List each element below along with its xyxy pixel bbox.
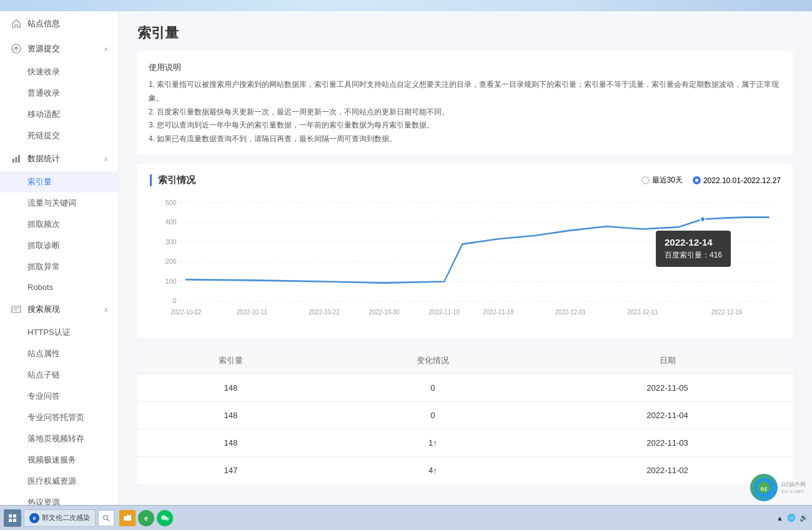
sidebar-label-qa-managed: 专业问答托管页 bbox=[27, 412, 84, 422]
chevron-down-icon-3: ∧ bbox=[104, 306, 108, 313]
svg-line-33 bbox=[107, 519, 109, 521]
table-cell-date: 2022-11-04 bbox=[542, 402, 793, 429]
radio-circle-last30 bbox=[641, 176, 650, 184]
page-title: 索引量 bbox=[137, 24, 793, 42]
svg-text:2022-12-01: 2022-12-01 bbox=[555, 309, 586, 316]
sidebar-label-https-cert: HTTPS认证 bbox=[27, 328, 71, 337]
sidebar-item-video-fast[interactable]: 视频极速服务 bbox=[0, 449, 118, 471]
sidebar-label-robots: Robots bbox=[27, 282, 53, 292]
sidebar-label-crawl-anomaly: 抓取异常 bbox=[27, 262, 60, 271]
sidebar-item-traffic-keyword[interactable]: 流量与关键词 bbox=[0, 192, 118, 214]
chevron-down-icon: ∧ bbox=[104, 46, 108, 52]
sidebar-label-mobile-adapt: 移动适配 bbox=[27, 109, 60, 119]
sidebar-item-qa[interactable]: 专业问答 bbox=[0, 386, 118, 407]
usage-line: 4. 如果已有流量数据查询不到，请隔日再查，最长间隔一周可查询到数据。 bbox=[149, 132, 782, 146]
sidebar-item-robots[interactable]: Robots bbox=[0, 278, 118, 297]
svg-text:2022-10-11: 2022-10-11 bbox=[237, 309, 267, 316]
svg-point-27 bbox=[700, 217, 705, 222]
sidebar-label-crawl-freq: 抓取频次 bbox=[27, 219, 60, 229]
table-cell-change: 0 bbox=[324, 402, 542, 429]
radio-circle-range bbox=[693, 176, 701, 184]
svg-text:400: 400 bbox=[166, 218, 177, 226]
filter-last30[interactable]: 最近30天 bbox=[641, 175, 683, 186]
taskbar-apps: e bbox=[119, 510, 173, 526]
search-display-icon bbox=[10, 303, 22, 316]
main-content: 索引量 使用说明 1. 索引量指可以被搜索用户搜索到的网站数据库，索引量工具同时… bbox=[119, 11, 812, 505]
tray-arrow-icon[interactable]: ▲ bbox=[776, 514, 783, 522]
sidebar-label-qa: 专业问答 bbox=[27, 391, 60, 401]
table-cell-index: 148 bbox=[137, 402, 324, 429]
sidebar-label-site-info: 站点信息 bbox=[27, 18, 60, 29]
taskbar-wechat-icon[interactable] bbox=[157, 510, 173, 526]
sidebar-item-https-cert[interactable]: HTTPS认证 bbox=[0, 322, 118, 343]
sidebar: 站点信息 资源提交 ∧ 快速收录 普通收录 移动适配 死链提交 bbox=[0, 11, 119, 505]
top-decorative-banner bbox=[0, 0, 812, 11]
chevron-down-icon-2: ∧ bbox=[104, 156, 108, 162]
svg-text:500: 500 bbox=[166, 199, 177, 207]
table-cell-date: 2022-11-03 bbox=[542, 429, 793, 457]
taskbar-folder-icon[interactable] bbox=[119, 510, 136, 526]
sidebar-item-normal-collect[interactable]: 普通收录 bbox=[0, 82, 118, 104]
sidebar-label-site-attr: 站点属性 bbox=[27, 349, 60, 358]
chart-card: 索引情况 最近30天 2022.10.01-2022.12.27 bbox=[137, 164, 793, 338]
col-date: 日期 bbox=[542, 348, 793, 374]
svg-text:2022-10-02: 2022-10-02 bbox=[171, 309, 201, 316]
chart-header: 索引情况 最近30天 2022.10.01-2022.12.27 bbox=[150, 174, 781, 186]
filter-range[interactable]: 2022.10.01-2022.12.27 bbox=[693, 176, 781, 185]
sidebar-item-mobile-adapt[interactable]: 移动适配 bbox=[0, 104, 118, 125]
svg-point-35 bbox=[165, 517, 169, 521]
svg-rect-4 bbox=[12, 306, 21, 312]
col-change: 变化情况 bbox=[324, 348, 542, 374]
sidebar-item-dead-link[interactable]: 死链提交 bbox=[0, 125, 118, 146]
svg-rect-28 bbox=[9, 514, 12, 518]
tray-volume-icon: 🔊 bbox=[800, 514, 808, 522]
sidebar-item-quick-collect[interactable]: 快速收录 bbox=[0, 61, 118, 82]
table-row: 14802022-11-04 bbox=[137, 402, 793, 429]
sidebar-item-search-display[interactable]: 搜索展现 ∧ bbox=[0, 297, 118, 322]
data-table: 索引量 变化情况 日期 14802022-11-0514802022-11-04… bbox=[137, 348, 793, 484]
chart-title: 索引情况 bbox=[150, 174, 196, 186]
filter-range-label: 2022.10.01-2022.12.27 bbox=[703, 176, 781, 185]
sidebar-item-site-sublink[interactable]: 站点子链 bbox=[0, 364, 118, 386]
watermark: DZ DZ插件网 DZ-X.NET bbox=[750, 474, 806, 501]
svg-rect-2 bbox=[16, 157, 17, 162]
taskbar-task-ie[interactable]: e 郭文伦二次感染 bbox=[24, 509, 96, 527]
sidebar-item-qa-managed[interactable]: 专业问答托管页 bbox=[0, 407, 118, 428]
sidebar-item-data-stats[interactable]: 数据统计 ∧ bbox=[0, 146, 118, 171]
usage-line: 3. 您可以查询到近一年中每天的索引量数据，一年前的索引量数据为每月索引量数据。 bbox=[149, 119, 782, 132]
svg-text:DZ: DZ bbox=[761, 486, 768, 492]
chart-svg: 500 400 300 200 100 0 2022-10-02 2022-10… bbox=[150, 196, 781, 328]
sidebar-item-crawl-freq[interactable]: 抓取频次 bbox=[0, 214, 118, 235]
sidebar-item-resource-submit[interactable]: 资源提交 ∧ bbox=[0, 36, 118, 61]
sidebar-item-crawl-diag[interactable]: 抓取诊断 bbox=[0, 235, 118, 256]
sidebar-item-hot-resource[interactable]: 热议资源 bbox=[0, 492, 118, 505]
sidebar-item-index-count[interactable]: 索引量 bbox=[0, 171, 118, 192]
upload-icon bbox=[10, 42, 22, 55]
table-cell-change: 1↑ bbox=[324, 429, 542, 457]
watermark-logo: DZ bbox=[750, 474, 778, 501]
taskbar-start-button[interactable] bbox=[4, 509, 21, 527]
tray-network-icon: 🌐 bbox=[787, 514, 796, 522]
sidebar-label-data-stats: 数据统计 bbox=[27, 153, 60, 164]
taskbar-search[interactable] bbox=[98, 510, 114, 526]
sidebar-item-site-info[interactable]: 站点信息 bbox=[0, 11, 118, 36]
watermark-text: DZ插件网 DZ-X.NET bbox=[781, 481, 806, 494]
sidebar-item-site-attr[interactable]: 站点属性 bbox=[0, 343, 118, 364]
table-row: 14802022-11-05 bbox=[137, 374, 793, 402]
svg-rect-31 bbox=[13, 519, 16, 522]
taskbar-edge-icon[interactable]: e bbox=[138, 510, 154, 526]
sidebar-label-quick-collect: 快速收录 bbox=[27, 67, 60, 76]
table-row: 1481↑2022-11-03 bbox=[137, 429, 793, 457]
table-cell-date: 2022-11-05 bbox=[542, 374, 793, 402]
table-header: 索引量 变化情况 日期 bbox=[137, 348, 793, 374]
chart-container: 500 400 300 200 100 0 2022-10-02 2022-10… bbox=[150, 196, 781, 328]
sidebar-item-landing-video[interactable]: 落地页视频转存 bbox=[0, 428, 118, 449]
svg-rect-29 bbox=[13, 514, 16, 518]
table-cell-index: 147 bbox=[137, 457, 324, 484]
svg-rect-30 bbox=[9, 519, 12, 522]
sidebar-item-crawl-anomaly[interactable]: 抓取异常 bbox=[0, 256, 118, 278]
svg-text:100: 100 bbox=[166, 278, 177, 286]
sidebar-item-medical-resource[interactable]: 医疗权威资源 bbox=[0, 471, 118, 492]
filter-last30-label: 最近30天 bbox=[652, 175, 683, 186]
svg-text:2022-12-11: 2022-12-11 bbox=[627, 309, 658, 316]
